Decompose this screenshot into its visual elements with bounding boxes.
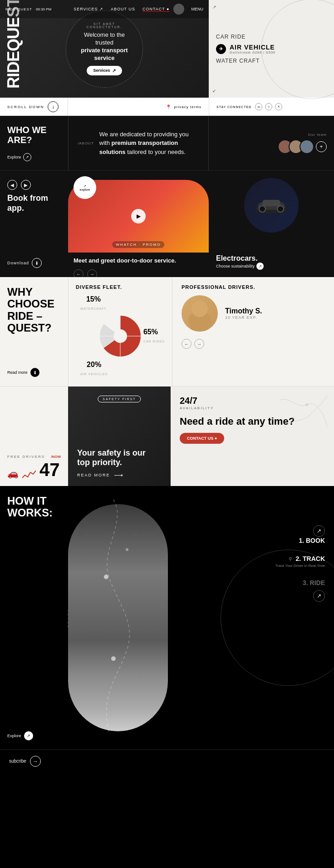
corner-arrow-tl: ↗ — [212, 5, 216, 10]
avatar[interactable] — [173, 4, 184, 15]
how-title: HOW IT WORKS: — [7, 495, 61, 519]
promo-desc: Meet and greet door-to-door service. — [68, 253, 209, 269]
explore-arrow-icon: ↗ — [23, 153, 31, 161]
subscribe-button[interactable]: subcribe → — [9, 756, 41, 767]
video-label: WHATCH · PROMO — [112, 241, 164, 248]
about-section: WHO WE ARE? Explore ↗ /ABOUT We are dedi… — [0, 116, 334, 170]
about-content: /ABOUT We are dedicated to providing you… — [68, 116, 209, 170]
privacy-label: privacy terms — [174, 105, 201, 109]
time-display: 09:30 PM — [36, 7, 51, 11]
safety-section: FREE DRIVERS /NOW 🚗 47 SAFETY FIRST Your… — [0, 386, 334, 486]
prev-driver-button[interactable]: ← — [182, 339, 192, 349]
safety-mid: SAFETY FIRST Your safety is our top prio… — [68, 387, 171, 486]
hero-circle: SIT AMET CONSECTETUR. Welcome to the tru… — [66, 10, 143, 88]
arrow-icon: ↗ — [112, 68, 116, 73]
promo-video-container: ↗ explore ▶ WHATCH · PROMO Meet and gree… — [68, 171, 209, 277]
service-watercraft[interactable]: WATER CRAFT — [216, 58, 327, 64]
now-label: /NOW — [51, 455, 61, 459]
free-count-area: 🚗 47 — [7, 461, 61, 479]
book-title: Book from app. — [7, 193, 61, 213]
drivers-section: PROFESSIONAL DRIVERS. Timothy S. 10 YEAR… — [172, 277, 334, 386]
read-more-button[interactable]: Read more ⬇ — [7, 368, 61, 377]
corner-arrow-br: ↙ — [212, 88, 216, 93]
step3-arrow-icon[interactable]: ↗ — [313, 590, 325, 602]
svg-rect-15 — [191, 317, 209, 332]
stay-label: STAY CONNECTED — [216, 105, 251, 109]
hero-section: RIDE QUEST 09:30 PM SERVICES ↗ ABOUT US … — [0, 0, 334, 98]
linkedin-icon[interactable]: in — [255, 103, 262, 110]
play-prev-icon[interactable]: ◀ — [7, 180, 17, 190]
brand-logo: RIDE QUEST — [5, 7, 32, 11]
hero-bottom-bar: SCROLL DOWN ↓ 📍 privacy terms STAY CONNE… — [0, 98, 334, 116]
why-left: WHY CHOOSE RIDE – QUEST? Read more ⬇ — [0, 277, 68, 386]
subscribe-arrow-icon: → — [30, 756, 41, 767]
twitter-icon[interactable]: ✕ — [275, 103, 282, 110]
menu-button[interactable]: MENU — [192, 7, 204, 11]
footer: subcribe → — [0, 749, 334, 772]
promo-navigation: ← → — [68, 269, 209, 277]
electrocars-section: Electrocars. Choose sustainability ↗ — [209, 171, 334, 277]
availability-section: 24/7 AVAILABILITY Need a ride at any tim… — [171, 387, 334, 486]
svg-point-3 — [259, 206, 265, 212]
driver-info: Timothy S. 10 YEAR EXP. — [225, 307, 262, 320]
svg-point-4 — [277, 206, 284, 212]
pie-chart — [95, 311, 145, 361]
service-air-vehicle[interactable]: ✈ AIR VEHICLE Gulfstream G280 / G550 — [216, 44, 327, 54]
step1-arrow-icon[interactable]: ↗ — [313, 525, 325, 537]
privacy-button[interactable]: 📍 privacy terms — [68, 98, 209, 116]
about-team: Our team + — [209, 116, 334, 170]
why-section: WHY CHOOSE RIDE – QUEST? Read more ⬇ DIV… — [0, 277, 334, 386]
svg-rect-2 — [262, 200, 280, 206]
map-decoration — [275, 391, 329, 436]
play-button[interactable]: ▶ — [131, 209, 146, 223]
fleet-title: DIVERSE FLEET. — [76, 284, 165, 290]
nav-contact[interactable]: CONTACT ● — [142, 7, 170, 12]
how-explore-button[interactable]: Explore ↗ — [7, 731, 61, 740]
svg-point-17 — [292, 417, 295, 420]
services-button[interactable]: Services ↗ — [87, 66, 122, 75]
read-more-safety-button[interactable]: READ MORE ⟶ — [77, 471, 124, 479]
pie-carrides-label: 65% CAR RIDES — [143, 328, 165, 344]
location-icon: 📍 — [166, 104, 171, 109]
add-team-button[interactable]: + — [316, 141, 327, 152]
contact-us-button[interactable]: CONTACT US ● — [180, 433, 224, 444]
promo-section: ◀ ▶ Book from app. Download ⬇ ↗ explore … — [0, 170, 334, 277]
play-next-icon[interactable]: ▶ — [21, 180, 31, 190]
nav-services[interactable]: SERVICES ↗ — [74, 7, 103, 12]
how-steps: ↗ 1. BOOK ⚲ 2. TRACK Track Your Driver I… — [275, 522, 325, 613]
scroll-arrow-icon[interactable]: ↓ — [48, 101, 59, 112]
prev-button[interactable]: ← — [74, 269, 84, 277]
stay-connected: STAY CONNECTED in f ✕ — [209, 98, 334, 116]
navbar: RIDE QUEST 09:30 PM SERVICES ↗ ABOUT US … — [0, 0, 209, 18]
sustainability-button[interactable]: Choose sustainability ↗ — [216, 263, 327, 270]
why-title: WHY CHOOSE RIDE – QUEST? — [7, 286, 61, 334]
explore-button[interactable]: Explore ↗ — [7, 153, 61, 161]
car-image — [244, 178, 299, 233]
driver-avatar — [182, 295, 218, 332]
step3-label: 3. RIDE — [275, 579, 325, 586]
about-tag: /ABOUT — [78, 141, 94, 145]
safety-text: Your safety is our top priority. — [77, 448, 162, 468]
next-driver-button[interactable]: → — [194, 339, 204, 349]
download-label: Download — [7, 261, 29, 265]
social-icons: in f ✕ — [255, 103, 282, 110]
sustainability-icon: ↗ — [256, 263, 264, 270]
free-count: 47 — [39, 461, 60, 479]
track-icon: ⚲ — [289, 556, 292, 561]
road-image — [68, 504, 168, 731]
hero-left: RIDE QUEST 09:30 PM SERVICES ↗ ABOUT US … — [0, 0, 209, 98]
next-button[interactable]: → — [87, 269, 97, 277]
scroll-down[interactable]: SCROLL DOWN ↓ — [0, 98, 68, 116]
explore-promo-button[interactable]: ↗ explore — [74, 176, 96, 199]
team-avatars: + — [278, 139, 327, 154]
nav-about[interactable]: ABOUT US — [111, 7, 135, 12]
step1-label: 1. BOOK — [275, 537, 325, 544]
plane-icon: ✈ — [216, 44, 226, 54]
download-button[interactable]: Download ⬇ — [7, 258, 61, 268]
read-more-icon: ⬇ — [30, 368, 39, 377]
facebook-icon[interactable]: f — [265, 103, 272, 110]
nav-items: SERVICES ↗ ABOUT US CONTACT ● — [74, 7, 169, 12]
trend-line — [22, 470, 36, 479]
service-car-ride[interactable]: CAR RIDE — [216, 34, 327, 40]
service-selector: ↗ CAR RIDE ✈ AIR VEHICLE Gulfstream G280… — [209, 0, 334, 98]
